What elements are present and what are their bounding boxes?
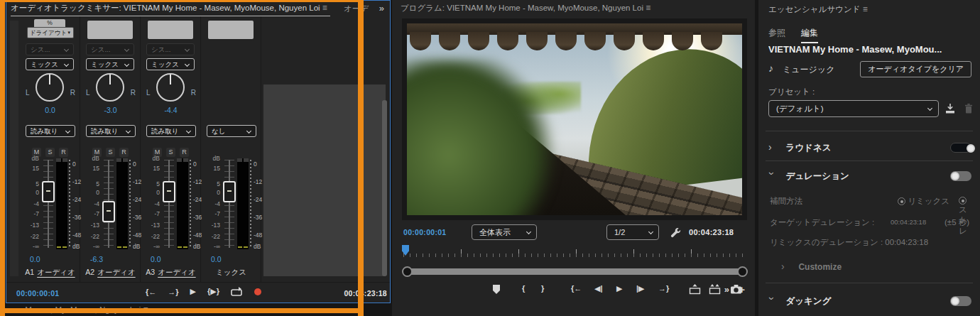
fader-value[interactable]: -6.3	[90, 255, 103, 263]
loop-button[interactable]	[231, 286, 243, 297]
solo-button[interactable]: S	[166, 148, 175, 157]
play-in-to-out-button[interactable]: {▶}	[207, 287, 219, 296]
program-scrollbar[interactable]	[402, 266, 748, 277]
preset-dropdown[interactable]: (デフォルト)	[768, 100, 939, 117]
mark-out-button[interactable]: }	[541, 284, 544, 293]
goto-out-button[interactable]: →}	[658, 284, 669, 293]
ducking-section-header[interactable]: › ダッキング	[768, 294, 973, 308]
sequence-tab-strip[interactable]: me - Masew, MyoMouse, Nguyen Loi ≡	[6, 305, 390, 316]
goto-in-button[interactable]: {←	[571, 284, 582, 293]
mixer-vertical-scrollbar[interactable]	[382, 100, 387, 276]
automation-dropdown[interactable]: 読み取り	[26, 125, 75, 137]
step-back-button[interactable]: ◀|	[594, 284, 603, 293]
fader-handle[interactable]	[102, 201, 115, 222]
automation-dropdown[interactable]: なし	[207, 125, 256, 137]
delete-preset-icon[interactable]	[963, 103, 974, 114]
fader-track[interactable]	[164, 160, 174, 248]
scrollbar-left-handle[interactable]	[402, 266, 413, 277]
expanded-arrow-icon[interactable]: ›	[768, 297, 775, 304]
fader-track[interactable]	[224, 160, 234, 248]
dry-out-dropdown[interactable]: ドライアウト▼	[27, 27, 74, 38]
zoom-level-dropdown[interactable]: 全体表示	[472, 224, 537, 240]
pan-knob[interactable]	[96, 73, 124, 102]
collapsed-arrow-icon[interactable]: ›	[768, 143, 775, 151]
track-name-editable[interactable]: オーディオ	[158, 268, 195, 276]
fader-value[interactable]: 0.0	[211, 255, 222, 263]
mixer-tab[interactable]: オーディオトラックミキサー: VIETNAM My Home - Masew, …	[11, 3, 330, 16]
goto-out-button[interactable]: →}	[168, 288, 178, 296]
pan-value[interactable]: -4.4	[141, 106, 201, 114]
fader-handle[interactable]	[42, 181, 55, 202]
fader-value[interactable]: 0.0	[30, 255, 40, 263]
mixer-second-tab[interactable]: オーデ	[344, 4, 369, 14]
customize-section-header[interactable]: › Customize	[768, 260, 973, 274]
output-dropdown[interactable]: ミックス	[26, 58, 74, 70]
panel-menu-icon[interactable]: ≡	[143, 305, 148, 315]
duration-section-header[interactable]: › デュレーション	[768, 169, 973, 183]
duration-toggle[interactable]	[950, 171, 971, 181]
collapsed-arrow-icon[interactable]: ›	[781, 263, 788, 270]
mixer-current-timecode[interactable]: 00:00:00:01	[16, 289, 60, 298]
fader-value[interactable]: 0.0	[151, 255, 161, 263]
fader-track[interactable]	[104, 160, 114, 248]
program-current-timecode[interactable]: 00:00:00:01	[403, 228, 447, 236]
clear-audio-type-button[interactable]: オーディオタイプをクリア	[860, 61, 971, 77]
scrollbar-track[interactable]	[405, 268, 744, 275]
pan-value[interactable]: 0.0	[20, 106, 80, 114]
effect-slot[interactable]	[87, 21, 133, 39]
output-dropdown[interactable]: ミックス	[146, 58, 195, 70]
play-button[interactable]: ▶	[616, 284, 622, 293]
tab-overflow-icon[interactable]: »	[379, 3, 384, 13]
button-editor-plus[interactable]: +	[739, 283, 745, 295]
fader-handle[interactable]	[163, 181, 175, 202]
automation-dropdown[interactable]: 読み取り	[86, 125, 136, 137]
record-arm-button[interactable]: R	[119, 148, 129, 157]
panel-menu-icon[interactable]: ≡	[322, 3, 327, 13]
tab-edit[interactable]: 編集	[801, 27, 818, 43]
loudness-section-header[interactable]: › ラウドネス	[768, 141, 973, 155]
effect-slot[interactable]	[148, 21, 193, 39]
record-arm-button[interactable]: R	[180, 148, 189, 157]
playback-resolution-dropdown[interactable]: 1/2	[606, 224, 659, 240]
pan-value[interactable]: -3.0	[80, 106, 141, 114]
record-button[interactable]	[254, 288, 261, 295]
panel-menu-icon[interactable]: ≡	[863, 4, 868, 14]
record-arm-button[interactable]: R	[59, 148, 68, 157]
automation-dropdown[interactable]: 読み取り	[146, 125, 196, 137]
solo-button[interactable]: S	[45, 148, 55, 157]
expanded-arrow-icon[interactable]: ›	[768, 172, 775, 179]
input-dropdown[interactable]: シス...	[26, 43, 74, 55]
ducking-toggle[interactable]	[950, 296, 971, 306]
extract-button[interactable]	[709, 284, 721, 295]
fader-track[interactable]	[43, 160, 53, 248]
loudness-toggle[interactable]	[950, 143, 971, 153]
track-name-editable[interactable]: オーディオ	[37, 268, 75, 276]
goto-in-button[interactable]: {←	[146, 288, 156, 296]
target-duration-value[interactable]: 00:04:23:18	[891, 218, 926, 226]
fader-handle[interactable]	[223, 181, 236, 202]
program-tab[interactable]: プログラム: VIETNAM My Home - Masew, MyoMouse…	[401, 3, 650, 13]
effect-slot[interactable]	[208, 21, 254, 39]
input-dropdown[interactable]: シス...	[146, 43, 195, 55]
remix-radio[interactable]: リミックス	[898, 196, 949, 207]
program-time-ruler[interactable]	[403, 246, 748, 257]
mark-in-button[interactable]: {	[522, 284, 525, 293]
play-button[interactable]: ▶	[190, 287, 196, 296]
add-marker-button[interactable]	[491, 284, 501, 295]
input-dropdown[interactable]: シス...	[86, 43, 134, 55]
lift-button[interactable]	[689, 284, 701, 295]
save-preset-icon[interactable]	[944, 103, 956, 114]
settings-wrench-icon[interactable]	[670, 227, 681, 238]
output-dropdown[interactable]: ミックス	[86, 58, 134, 70]
button-overflow-icon[interactable]: »	[724, 284, 729, 295]
pan-knob[interactable]	[36, 73, 64, 102]
pan-knob[interactable]	[156, 73, 185, 102]
solo-button[interactable]: S	[106, 148, 115, 157]
tab-browse[interactable]: 参照	[768, 27, 785, 39]
effect-percent-slot[interactable]: %	[34, 19, 65, 27]
scrollbar-right-handle[interactable]	[737, 266, 748, 277]
track-name-editable[interactable]: オーディオ	[97, 268, 135, 276]
program-video-viewport[interactable]	[402, 18, 747, 220]
step-forward-button[interactable]: |▶	[636, 284, 645, 293]
panel-menu-icon[interactable]: ≡	[646, 3, 650, 13]
